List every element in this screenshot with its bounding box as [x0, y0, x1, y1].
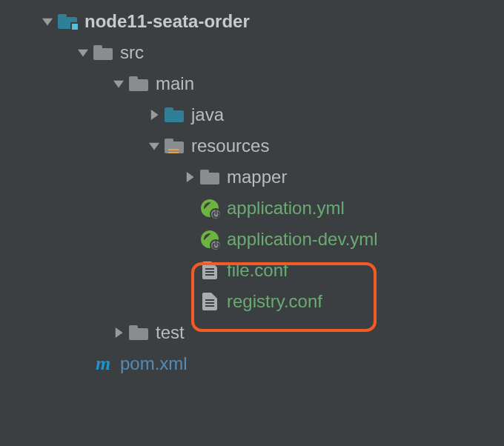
tree-row-main[interactable]: main: [0, 68, 504, 99]
chevron-down-icon[interactable]: [39, 16, 56, 27]
resources-folder-icon: [163, 139, 185, 153]
tree-row-pom-xml[interactable]: m pom.xml: [0, 348, 504, 379]
spring-config-icon: ⏻: [199, 199, 221, 217]
module-folder-icon: [56, 14, 79, 29]
svg-marker-1: [78, 50, 88, 57]
tree-label: mapper: [227, 167, 287, 187]
tree-label: registry.conf: [227, 291, 322, 312]
tree-row-application-yml[interactable]: ⏻ application.yml: [0, 193, 504, 224]
folder-icon: [127, 325, 150, 340]
tree-label: node11-seata-order: [84, 11, 250, 32]
tree-row-application-dev-yml[interactable]: ⏻ application-dev.yml: [0, 224, 504, 255]
tree-label: application.yml: [227, 198, 345, 219]
source-folder-icon: [163, 107, 185, 122]
svg-marker-0: [42, 19, 53, 26]
tree-label: test: [156, 322, 185, 343]
tree-row-file-conf[interactable]: file.conf: [0, 255, 504, 286]
tree-label: src: [120, 42, 144, 63]
svg-marker-4: [149, 143, 159, 150]
spring-config-icon: ⏻: [199, 230, 221, 248]
tree-label: pom.xml: [120, 353, 188, 374]
tree-row-resources[interactable]: resources: [0, 130, 504, 162]
text-file-icon: [199, 262, 221, 279]
tree-row-src[interactable]: src: [0, 37, 504, 68]
chevron-down-icon[interactable]: [145, 141, 163, 151]
chevron-right-icon[interactable]: [110, 327, 127, 338]
tree-row-registry-conf[interactable]: registry.conf: [0, 286, 504, 317]
svg-marker-3: [151, 110, 159, 120]
chevron-right-icon[interactable]: [181, 172, 199, 182]
svg-marker-2: [113, 81, 124, 88]
folder-icon: [92, 45, 114, 60]
tree-row-java[interactable]: java: [0, 99, 504, 130]
project-tree[interactable]: node11-seata-order src main java res: [0, 0, 504, 379]
svg-marker-5: [187, 172, 194, 182]
tree-label: resources: [191, 136, 269, 156]
tree-label: java: [191, 104, 224, 125]
text-file-icon: [199, 293, 221, 310]
tree-label: application-dev.yml: [227, 229, 378, 250]
folder-icon: [199, 170, 221, 184]
chevron-down-icon[interactable]: [74, 47, 92, 58]
svg-marker-6: [116, 327, 123, 338]
tree-row-test[interactable]: test: [0, 317, 504, 348]
folder-icon: [127, 76, 150, 91]
chevron-down-icon[interactable]: [110, 79, 127, 89]
tree-label: main: [156, 73, 194, 94]
tree-row-root[interactable]: node11-seata-order: [0, 6, 504, 37]
maven-icon: m: [92, 354, 114, 373]
tree-label: file.conf: [227, 260, 288, 281]
chevron-right-icon[interactable]: [145, 110, 163, 120]
tree-row-mapper[interactable]: mapper: [0, 162, 504, 193]
